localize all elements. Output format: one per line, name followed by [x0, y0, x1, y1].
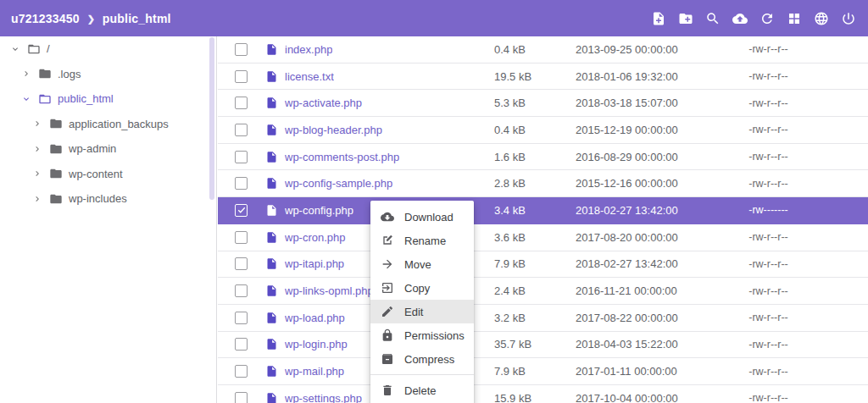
- table-row[interactable]: wp-mail.php7.9 kB2017-01-11 00:00:00-rw-…: [218, 358, 868, 385]
- table-row[interactable]: wp-links-opml.php2.4 kB2016-11-21 00:00:…: [218, 278, 868, 305]
- breadcrumb-segment[interactable]: u721233450: [11, 12, 80, 25]
- sidebar-item-root[interactable]: /: [0, 36, 216, 62]
- table-row[interactable]: license.txt19.5 kB2018-01-06 19:32:00-rw…: [218, 63, 868, 91]
- table-row[interactable]: wp-config-sample.php2.8 kB2015-12-16 00:…: [218, 170, 868, 197]
- file-name-link[interactable]: wp-comments-post.php: [285, 151, 399, 163]
- file-modified-date: 2017-01-11 00:00:00: [576, 365, 707, 378]
- sidebar-item-wp-includes[interactable]: wp-includes: [0, 186, 216, 212]
- row-checkbox[interactable]: [235, 43, 248, 56]
- table-row[interactable]: index.php0.4 kB2013-09-25 00:00:00-rw-r-…: [218, 36, 868, 63]
- row-checkbox[interactable]: [235, 204, 248, 217]
- chevron-right-icon[interactable]: [32, 194, 42, 204]
- menu-item-label: Delete: [404, 384, 437, 397]
- file-name-link[interactable]: wp-config.php: [285, 204, 353, 217]
- table-row[interactable]: wp-comments-post.php1.6 kB2016-08-29 00:…: [218, 144, 868, 171]
- chevron-right-icon[interactable]: [21, 69, 31, 79]
- chevron-right-icon[interactable]: [32, 144, 42, 154]
- refresh-icon[interactable]: [760, 11, 775, 26]
- filename-cell: wp-config-sample.php: [265, 177, 491, 190]
- table-row[interactable]: wp-login.php35.7 kB2018-04-03 15:22:00-r…: [218, 332, 868, 359]
- row-checkbox[interactable]: [235, 392, 248, 403]
- permissions-icon: [381, 328, 394, 342]
- table-row[interactable]: wp-load.php3.2 kB2017-08-22 00:00:00-rw-…: [218, 305, 868, 332]
- sidebar-item--logs[interactable]: .logs: [0, 62, 216, 87]
- file-name-link[interactable]: wp-load.php: [285, 312, 345, 324]
- compress-icon: [381, 352, 394, 366]
- file-manager-app: u721233450❯public_html /.logspublic_html…: [0, 0, 868, 403]
- row-checkbox[interactable]: [235, 70, 248, 83]
- file-modified-date: 2018-01-06 19:32:00: [576, 70, 707, 83]
- new-folder-icon[interactable]: [678, 11, 693, 26]
- chevron-right-icon[interactable]: [32, 168, 42, 179]
- file-modified-date: 2017-08-20 00:00:00: [576, 231, 707, 244]
- row-checkbox[interactable]: [235, 97, 248, 109]
- file-icon: [265, 177, 278, 190]
- file-name-link[interactable]: wp-settings.php: [285, 392, 362, 403]
- new-file-icon[interactable]: [651, 11, 666, 26]
- menu-item-compress[interactable]: Compress: [370, 347, 474, 371]
- chevron-right-icon[interactable]: [32, 119, 42, 129]
- folder-icon: [49, 117, 63, 130]
- file-name-link[interactable]: wp-blog-header.php: [285, 124, 382, 136]
- row-checkbox[interactable]: [235, 124, 248, 136]
- folder-icon: [49, 192, 63, 206]
- file-name-link[interactable]: wp-cron.php: [285, 231, 346, 244]
- search-icon[interactable]: [705, 11, 721, 26]
- file-permissions: -rw-r--r--: [707, 43, 868, 55]
- menu-item-rename[interactable]: Rename: [370, 229, 474, 252]
- menu-item-move[interactable]: Move: [370, 252, 474, 276]
- file-name-link[interactable]: wp-itapi.php: [285, 257, 344, 270]
- file-size: 3.6 kB: [491, 231, 576, 244]
- row-checkbox[interactable]: [235, 338, 248, 351]
- chevron-down-icon[interactable]: [21, 94, 31, 104]
- sidebar-item-public-html[interactable]: public_html: [0, 86, 216, 112]
- checkbox-cell: [218, 338, 265, 351]
- language-icon[interactable]: [814, 11, 829, 26]
- file-size: 0.4 kB: [491, 43, 576, 56]
- file-name-link[interactable]: wp-links-opml.php: [285, 284, 374, 297]
- breadcrumb: u721233450❯public_html: [11, 12, 171, 25]
- file-name-link[interactable]: wp-activate.php: [285, 97, 362, 109]
- grid-view-icon[interactable]: [787, 11, 802, 26]
- chevron-down-icon[interactable]: [10, 44, 20, 54]
- row-checkbox[interactable]: [235, 284, 248, 297]
- table-row[interactable]: wp-activate.php5.3 kB2018-03-18 15:07:00…: [218, 90, 868, 117]
- table-row[interactable]: wp-settings.php15.9 kB2017-10-04 00:00:0…: [218, 385, 868, 403]
- menu-item-permissions[interactable]: Permissions: [370, 323, 474, 347]
- file-permissions: -rw-r--r--: [707, 285, 868, 297]
- row-checkbox[interactable]: [235, 257, 248, 270]
- file-name-link[interactable]: license.txt: [285, 70, 334, 83]
- sidebar-scrollbar[interactable]: [209, 37, 214, 200]
- file-name-link[interactable]: wp-login.php: [285, 338, 348, 351]
- menu-item-edit[interactable]: Edit: [370, 300, 474, 323]
- row-checkbox[interactable]: [235, 151, 248, 163]
- power-icon[interactable]: [841, 11, 856, 26]
- checkbox-cell: [218, 257, 265, 270]
- row-checkbox[interactable]: [235, 312, 248, 324]
- sidebar-item-label: .logs: [58, 68, 81, 80]
- upload-icon[interactable]: [732, 11, 748, 26]
- file-size: 7.9 kB: [491, 257, 576, 270]
- file-name-link[interactable]: wp-config-sample.php: [285, 177, 392, 190]
- file-modified-date: 2018-02-27 13:42:00: [576, 257, 707, 270]
- table-row[interactable]: wp-blog-header.php0.4 kB2015-12-19 00:00…: [218, 117, 868, 144]
- table-row[interactable]: wp-itapi.php7.9 kB2018-02-27 13:42:00-rw…: [218, 251, 868, 279]
- row-checkbox[interactable]: [235, 177, 248, 190]
- file-name-link[interactable]: wp-mail.php: [285, 365, 344, 378]
- menu-item-download[interactable]: Download: [370, 205, 474, 229]
- file-modified-date: 2017-08-22 00:00:00: [576, 312, 707, 324]
- table-row[interactable]: wp-cron.php3.6 kB2017-08-20 00:00:00-rw-…: [218, 224, 868, 251]
- sidebar-item-wp-content[interactable]: wp-content: [0, 162, 216, 187]
- sidebar-item-wp-admin[interactable]: wp-admin: [0, 136, 216, 162]
- file-size: 19.5 kB: [491, 70, 576, 83]
- table-row[interactable]: wp-config.php3.4 kB2018-02-27 13:42:00-r…: [218, 197, 868, 224]
- row-checkbox[interactable]: [235, 365, 248, 378]
- sidebar-item-label: wp-content: [69, 168, 123, 180]
- menu-item-delete[interactable]: Delete: [370, 378, 474, 402]
- sidebar-item-application-backups[interactable]: application_backups: [0, 112, 216, 137]
- row-checkbox[interactable]: [235, 231, 248, 244]
- menu-item-copy[interactable]: Copy: [370, 276, 474, 300]
- breadcrumb-segment[interactable]: public_html: [103, 12, 171, 25]
- file-name-link[interactable]: index.php: [285, 43, 332, 56]
- sidebar-item-label: wp-admin: [69, 142, 116, 155]
